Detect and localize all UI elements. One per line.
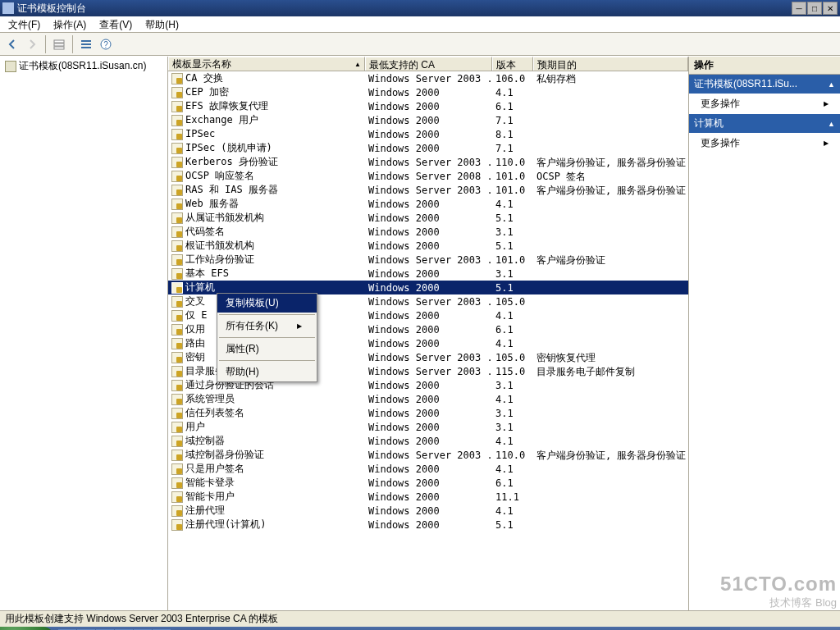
col-header-purpose[interactable]: 预期目的 <box>533 57 688 71</box>
row-purpose <box>533 267 688 281</box>
table-row[interactable]: 从属证书颁发机构Windows 20005.1 <box>168 211 688 225</box>
table-row[interactable]: 工作站身份验证Windows Server 2003 ...101.0客户端身份… <box>168 253 688 267</box>
row-version: 115.0 <box>492 364 533 378</box>
row-purpose: 客户端身份验证, 服务器身份验证 <box>533 155 688 169</box>
row-purpose: 私钥存档 <box>533 71 688 85</box>
row-ca: Windows Server 2003 ... <box>365 155 492 169</box>
row-purpose <box>533 127 688 141</box>
close-button[interactable]: ✕ <box>823 2 838 15</box>
actions-group-computer[interactable]: 计算机▲ <box>689 114 840 133</box>
row-ca: Windows 2000 <box>365 434 492 448</box>
collapse-icon: ▲ <box>828 80 835 89</box>
statusbar: 用此模板创建支持 Windows Server 2003 Enterprise … <box>0 610 840 627</box>
row-name: IPSec (脱机申请) <box>185 141 272 155</box>
template-icon <box>171 296 183 308</box>
table-row[interactable]: EFS 故障恢复代理Windows 20006.1 <box>168 99 688 113</box>
row-version: 5.1 <box>492 211 533 225</box>
refresh-button[interactable] <box>77 35 95 53</box>
row-version: 6.1 <box>492 322 533 336</box>
start-button[interactable]: 开始 <box>0 627 53 630</box>
separator <box>219 360 315 361</box>
context-menu-item[interactable]: 属性(R) <box>217 340 317 358</box>
svg-text:?: ? <box>103 40 108 49</box>
table-row[interactable]: OCSP 响应签名Windows Server 2008 ...101.0OCS… <box>168 169 688 183</box>
svg-rect-4 <box>81 43 91 45</box>
row-version: 6.1 <box>492 99 533 113</box>
table-row[interactable]: Web 服务器Windows 20004.1 <box>168 197 688 211</box>
table-row[interactable]: RAS 和 IAS 服务器Windows Server 2003 ...101.… <box>168 183 688 197</box>
table-row[interactable]: 智能卡用户Windows 200011.1 <box>168 490 688 504</box>
row-version: 8.1 <box>492 127 533 141</box>
table-row[interactable]: CA 交换Windows Server 2003 ...106.0私钥存档 <box>168 71 688 85</box>
row-ca: Windows 2000 <box>365 239 492 253</box>
table-row[interactable]: 信任列表签名Windows 20003.1 <box>168 406 688 420</box>
table-row[interactable]: 注册代理Windows 20004.1 <box>168 504 688 518</box>
context-menu-item[interactable]: 帮助(H) <box>217 363 317 381</box>
template-icon <box>171 129 183 140</box>
nav-forward-button[interactable] <box>23 35 41 53</box>
row-ca: Windows 2000 <box>365 420 492 434</box>
table-row[interactable]: Exchange 用户Windows 20007.1 <box>168 113 688 127</box>
view-button[interactable] <box>50 35 68 53</box>
template-icon <box>171 254 183 266</box>
row-purpose <box>533 490 688 504</box>
template-icon <box>171 324 183 336</box>
template-icon <box>171 240 183 252</box>
table-row[interactable]: 只是用户签名Windows 20004.1 <box>168 462 688 476</box>
row-version: 11.1 <box>492 490 533 504</box>
actions-more-computer[interactable]: 更多操作▶ <box>689 133 840 153</box>
table-row[interactable]: Kerberos 身份验证Windows Server 2003 ...110.… <box>168 155 688 169</box>
row-name: 密钥 <box>185 350 205 364</box>
col-header-version[interactable]: 版本 <box>492 57 533 71</box>
window-title: 证书模板控制台 <box>17 2 86 16</box>
app-icon <box>2 2 14 14</box>
table-row[interactable]: 基本 EFSWindows 20003.1 <box>168 267 688 281</box>
actions-more-templates[interactable]: 更多操作▶ <box>689 94 840 114</box>
context-menu-item[interactable]: 所有任务(K)▶ <box>217 317 317 336</box>
row-name: 仅 E <box>185 308 207 322</box>
table-row[interactable]: 用户Windows 20003.1 <box>168 420 688 434</box>
template-icon <box>171 463 183 475</box>
context-menu-item[interactable]: 复制模板(U) <box>217 294 317 313</box>
row-name: 注册代理 <box>185 504 225 518</box>
row-name: 智能卡用户 <box>185 490 235 504</box>
help-button[interactable]: ? <box>97 35 115 53</box>
table-row[interactable]: IPSecWindows 20008.1 <box>168 127 688 141</box>
row-version: 4.1 <box>492 336 533 350</box>
menu-file[interactable]: 文件(F) <box>3 17 45 33</box>
row-version: 3.1 <box>492 406 533 420</box>
row-version: 6.1 <box>492 476 533 490</box>
row-name: 计算机 <box>185 281 215 294</box>
actions-group-templates[interactable]: 证书模板(08SR11.iSu...▲ <box>689 75 840 94</box>
table-row[interactable]: 根证书颁发机构Windows 20005.1 <box>168 239 688 253</box>
menu-view[interactable]: 查看(V) <box>94 17 137 33</box>
tree-root[interactable]: 证书模板(08SR11.iSusan.cn) <box>3 58 164 74</box>
row-ca: Windows 2000 <box>365 267 492 281</box>
col-header-name[interactable]: 模板显示名称 ▲ <box>168 57 365 71</box>
table-row[interactable]: 注册代理(计算机)Windows 20005.1 <box>168 518 688 532</box>
sort-asc-icon: ▲ <box>354 61 361 68</box>
table-row[interactable]: 域控制器Windows 20004.1 <box>168 434 688 448</box>
template-icon <box>171 185 183 196</box>
minimize-button[interactable]: ─ <box>792 2 806 15</box>
row-purpose <box>533 225 688 239</box>
row-version: 4.1 <box>492 462 533 476</box>
row-version: 110.0 <box>492 155 533 169</box>
menu-action[interactable]: 操作(A) <box>48 17 91 33</box>
table-row[interactable]: 系统管理员Windows 20004.1 <box>168 392 688 406</box>
row-ca: Windows 2000 <box>365 476 492 490</box>
template-icon <box>171 436 183 447</box>
row-ca: Windows Server 2003 ... <box>365 350 492 364</box>
table-row[interactable]: 代码签名Windows 20003.1 <box>168 225 688 239</box>
table-row[interactable]: IPSec (脱机申请)Windows 20007.1 <box>168 141 688 155</box>
table-row[interactable]: 域控制器身份验证Windows Server 2003 ...110.0客户端身… <box>168 448 688 462</box>
nav-back-button[interactable] <box>3 35 21 53</box>
table-row[interactable]: 智能卡登录Windows 20006.1 <box>168 476 688 490</box>
menu-help[interactable]: 帮助(H) <box>140 17 184 33</box>
table-row[interactable]: CEP 加密Windows 20004.1 <box>168 85 688 99</box>
maximize-button[interactable]: □ <box>807 2 822 15</box>
row-ca: Windows 2000 <box>365 127 492 141</box>
row-ca: Windows 2000 <box>365 336 492 350</box>
col-header-ca[interactable]: 最低支持的 CA <box>365 57 492 71</box>
row-purpose <box>533 420 688 434</box>
